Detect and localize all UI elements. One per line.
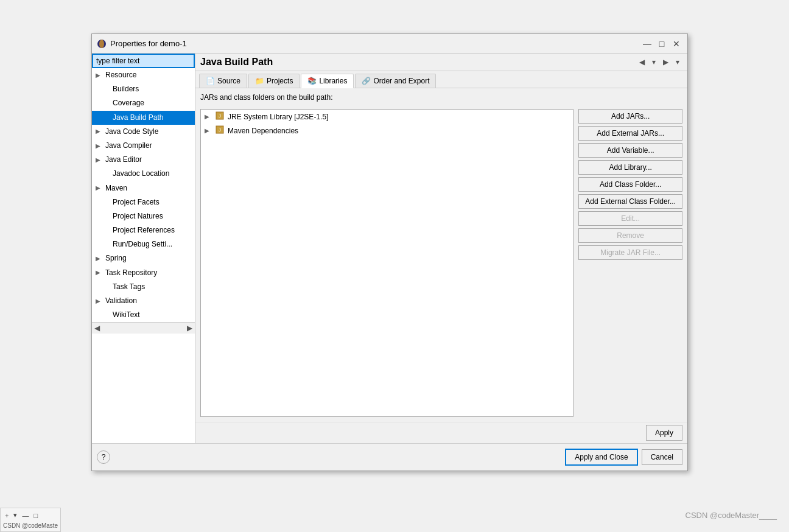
sidebar-item-spring[interactable]: ▶Spring: [92, 251, 195, 265]
tab-label-source: Source: [217, 77, 240, 85]
sidebar-item-label: Project References: [113, 225, 175, 236]
apply-close-button[interactable]: Apply and Close: [565, 449, 637, 466]
tab-source[interactable]: 📄Source: [199, 74, 247, 88]
add-jars-button[interactable]: Add JARs...: [578, 109, 682, 124]
sidebar-item-validation[interactable]: ▶Validation: [92, 294, 195, 308]
add-class-folder-button[interactable]: Add Class Folder...: [578, 177, 682, 192]
migrate-jar-button[interactable]: Migrate JAR File...: [578, 245, 682, 260]
sidebar-item-wikitext[interactable]: WikiText: [92, 308, 195, 322]
sidebar-item-run-debug-settings[interactable]: Run/Debug Setti...: [92, 237, 195, 251]
add-variable-button[interactable]: Add Variable...: [578, 143, 682, 158]
add-library-button[interactable]: Add Library...: [578, 160, 682, 175]
scroll-controls: ◀ ▶: [92, 322, 195, 334]
entry-icon-jre-system-library: J: [216, 111, 224, 122]
edit-button[interactable]: Edit...: [578, 211, 682, 226]
sidebar-item-project-facets[interactable]: Project Facets: [92, 195, 195, 209]
entry-item-maven-dependencies[interactable]: ▶JMaven Dependencies: [201, 124, 573, 138]
sidebar-item-java-code-style[interactable]: ▶Java Code Style: [92, 125, 195, 139]
sidebar-item-label: Task Repository: [105, 267, 157, 279]
minimize-button[interactable]: —: [641, 38, 653, 50]
tree-arrow-icon: ▶: [96, 71, 103, 80]
sidebar-item-java-editor[interactable]: ▶Java Editor: [92, 153, 195, 167]
panel-main: ▶JJRE System Library [J2SE-1.5]▶JMaven D…: [200, 109, 682, 417]
apply-button[interactable]: Apply: [646, 425, 682, 441]
forward-button[interactable]: ▶: [660, 56, 672, 68]
entry-label-maven-dependencies: Maven Dependencies: [228, 127, 298, 135]
tab-icon-order-export: 🔗: [362, 77, 371, 85]
sidebar-item-coverage[interactable]: Coverage: [92, 96, 195, 110]
add-icon[interactable]: +: [3, 511, 10, 520]
tab-order-export[interactable]: 🔗Order and Export: [355, 74, 436, 88]
desktop: + ▾ — □ CSDN @codeMaster____ Properties …: [0, 0, 789, 532]
tab-icon-source: 📄: [206, 77, 215, 85]
sidebar-item-label: WikiText: [113, 309, 140, 321]
sidebar-item-task-tags[interactable]: Task Tags: [92, 280, 195, 294]
maximize-button[interactable]: □: [656, 38, 668, 50]
bottom-panel: + ▾ — □ CSDN @codeMaster____: [0, 508, 61, 532]
sidebar-item-resource[interactable]: ▶Resource: [92, 68, 195, 82]
svg-text:J: J: [219, 113, 221, 119]
tree-arrow-icon: ▶: [96, 127, 103, 136]
title-bar-left: Properties for demo-1: [97, 39, 187, 49]
svg-text:J: J: [219, 127, 221, 133]
help-button[interactable]: ?: [97, 450, 110, 464]
back-dropdown-button[interactable]: ▾: [649, 56, 659, 68]
sidebar-item-label: Spring: [105, 253, 127, 264]
sidebar-item-label: Java Editor: [105, 154, 142, 166]
entry-arrow-icon: ▶: [205, 127, 212, 134]
sidebar-item-java-compiler[interactable]: ▶Java Compiler: [92, 139, 195, 153]
tab-libraries[interactable]: 📚Libraries: [301, 74, 354, 88]
dropdown-icon[interactable]: ▾: [12, 511, 19, 520]
footer-right: Apply and Close Cancel: [565, 449, 682, 466]
panel-content: JARs and class folders on the build path…: [195, 88, 687, 422]
sidebar-item-label: Resource: [105, 69, 136, 81]
sidebar-item-label: Coverage: [113, 97, 144, 109]
sidebar-item-maven[interactable]: ▶Maven: [92, 181, 195, 195]
tree-arrow-icon: ▶: [96, 296, 103, 306]
scroll-left-button[interactable]: ◀: [94, 324, 100, 332]
sidebar-item-builders[interactable]: Builders: [92, 82, 195, 96]
filter-input[interactable]: [92, 54, 195, 68]
add-external-class-folder-button[interactable]: Add External Class Folder...: [578, 194, 682, 209]
entry-list: ▶JJRE System Library [J2SE-1.5]▶JMaven D…: [200, 109, 573, 417]
eclipse-icon: [97, 39, 107, 49]
sidebar-item-label: Project Natures: [113, 211, 163, 222]
scroll-right-button[interactable]: ▶: [187, 324, 192, 332]
close-button[interactable]: ✕: [670, 38, 682, 50]
sidebar-item-label: Run/Debug Setti...: [113, 239, 172, 250]
sidebar-item-project-natures[interactable]: Project Natures: [92, 209, 195, 223]
remove-button[interactable]: Remove: [578, 228, 682, 243]
watermark: CSDN @codeMaster____: [686, 511, 777, 520]
nav-buttons: ◀ ▾ ▶ ▾: [636, 56, 682, 68]
back-button[interactable]: ◀: [636, 56, 648, 68]
add-external-jars-button[interactable]: Add External JARs...: [578, 126, 682, 141]
tab-icon-projects: 📁: [255, 77, 264, 85]
minimize-icon[interactable]: —: [20, 511, 30, 520]
sidebar-item-java-build-path[interactable]: Java Build Path: [92, 111, 195, 125]
svg-point-1: [99, 40, 104, 48]
maximize-icon[interactable]: □: [32, 511, 40, 520]
tab-label-libraries: Libraries: [319, 77, 347, 85]
tab-projects[interactable]: 📁Projects: [248, 74, 300, 88]
sidebar-item-label: Java Build Path: [113, 112, 163, 124]
dialog-body: ▶ResourceBuildersCoverageJava Build Path…: [92, 54, 687, 443]
sidebar-item-label: Java Compiler: [105, 140, 152, 152]
nav-toolbar: Java Build Path ◀ ▾ ▶ ▾: [195, 54, 687, 71]
sidebar-item-task-repository[interactable]: ▶Task Repository: [92, 266, 195, 280]
entry-arrow-icon: ▶: [205, 113, 212, 120]
sidebar-item-javadoc-location[interactable]: Javadoc Location: [92, 167, 195, 181]
action-buttons: Add JARs... Add External JARs... Add Var…: [578, 109, 682, 417]
sidebar-item-label: Builders: [113, 83, 139, 95]
properties-dialog: Properties for demo-1 — □ ✕ ▶ResourceBui…: [91, 33, 688, 471]
sidebar-item-label: Maven: [105, 183, 127, 194]
title-bar: Properties for demo-1 — □ ✕: [92, 34, 687, 54]
tab-label-order-export: Order and Export: [373, 77, 429, 85]
forward-dropdown-button[interactable]: ▾: [673, 56, 682, 68]
sidebar: ▶ResourceBuildersCoverageJava Build Path…: [92, 54, 195, 443]
tree-arrow-icon: ▶: [96, 183, 103, 193]
cancel-button[interactable]: Cancel: [642, 449, 682, 465]
title-bar-controls: — □ ✕: [641, 38, 682, 50]
entry-item-jre-system-library[interactable]: ▶JJRE System Library [J2SE-1.5]: [201, 110, 573, 124]
sidebar-item-project-references[interactable]: Project References: [92, 223, 195, 237]
tabs-bar: 📄Source📁Projects📚Libraries🔗Order and Exp…: [195, 71, 687, 88]
